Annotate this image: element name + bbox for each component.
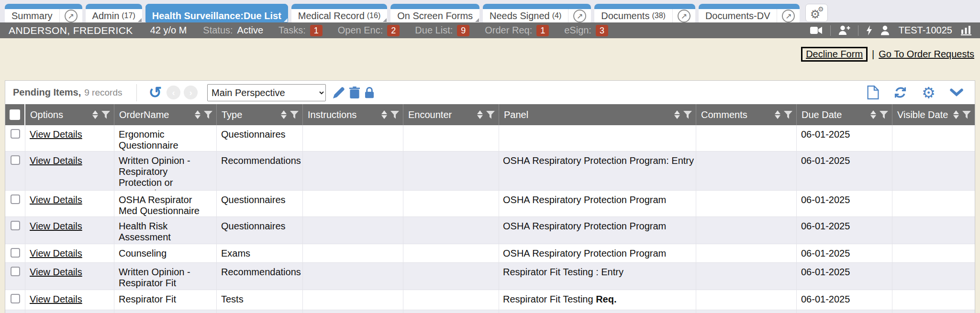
open-enc-badge[interactable]: 2 [387, 25, 400, 36]
lightning-bolt-icon[interactable] [866, 25, 872, 35]
cell-encounter [403, 217, 499, 244]
filter-icon[interactable] [962, 111, 971, 119]
column-header-comments[interactable]: Comments [696, 104, 797, 125]
tab-dropdown-corner-icon [138, 18, 142, 22]
tab-documents[interactable]: Documents(38) ↗ [594, 4, 695, 22]
filter-icon[interactable] [683, 111, 692, 119]
edit-pencil-icon[interactable] [333, 87, 345, 98]
column-header-panel[interactable]: Panel [499, 104, 696, 125]
column-header-type[interactable]: Type [217, 104, 303, 125]
column-label: Visible Date [897, 109, 948, 120]
video-camera-icon[interactable] [810, 26, 823, 34]
person-icon[interactable] [880, 25, 890, 35]
refresh-icon[interactable] [893, 86, 907, 99]
tab-dropdown-corner-icon [284, 18, 288, 22]
decline-form-link[interactable]: Decline Form [806, 49, 863, 59]
column-label: Comments [701, 109, 747, 120]
row-checkbox[interactable] [11, 155, 20, 165]
column-label: Due Date [802, 109, 842, 120]
filter-icon[interactable] [486, 111, 495, 119]
tasks-badge[interactable]: 1 [310, 25, 323, 36]
cell-visible-date [892, 290, 975, 310]
lock-icon[interactable] [365, 86, 374, 98]
column-header-visible-date[interactable]: Visible Date [892, 104, 975, 125]
column-header-due-date[interactable]: Due Date [797, 104, 892, 125]
table-row: View Details Ergonomic Questionnaire Que… [5, 125, 975, 151]
filter-icon[interactable] [101, 111, 110, 119]
row-checkbox-cell [5, 310, 25, 313]
filter-icon[interactable] [880, 111, 888, 119]
tab-on-screen-forms[interactable]: On Screen Forms [390, 4, 479, 22]
sort-icon[interactable] [870, 110, 876, 119]
go-to-order-requests-link[interactable]: Go To Order Requests [879, 49, 974, 60]
cell-encounter [403, 263, 499, 290]
cell-ordername: Health Risk Assessment [114, 217, 217, 244]
view-details-link[interactable]: View Details [30, 294, 82, 304]
filter-icon[interactable] [390, 111, 399, 119]
chevron-right-icon: › [189, 87, 192, 98]
row-checkbox[interactable] [11, 194, 20, 204]
sort-icon[interactable] [195, 110, 200, 119]
tab-needs-signed[interactable]: Needs Signed(4) ↗ [483, 4, 591, 22]
perspective-select[interactable]: Main Perspective [207, 84, 326, 101]
tab-summary[interactable]: Summary ↗ [5, 4, 82, 22]
column-header-ordername[interactable]: OrderName [114, 104, 217, 125]
view-details-link[interactable]: View Details [30, 248, 82, 259]
tab-medical-record[interactable]: Medical Record(16) [291, 4, 387, 22]
previous-perspective-button[interactable]: ‹ [167, 86, 180, 99]
gear-icon[interactable]: ⚙ [922, 86, 935, 99]
filter-icon[interactable] [204, 111, 212, 119]
sort-icon[interactable] [953, 110, 959, 119]
tab-settings-button[interactable]: ⚙ ⚙ [805, 4, 828, 22]
cell-comments [696, 263, 797, 290]
filter-icon[interactable] [784, 111, 792, 119]
tab-documents-dv[interactable]: Documents-DV ↗ [699, 4, 800, 22]
column-header-options[interactable]: Options [25, 104, 114, 125]
sort-icon[interactable] [775, 110, 780, 119]
cell-panel: OSHA Respiratory Protection Program [499, 244, 696, 262]
row-checkbox[interactable] [11, 294, 20, 303]
order-req-badge[interactable]: 1 [536, 25, 549, 36]
view-details-link[interactable]: View Details [30, 155, 82, 166]
tab-label: Needs Signed [490, 11, 550, 22]
due-list-badge[interactable]: 9 [457, 25, 469, 36]
cell-ordername: Respirator Fit [114, 290, 217, 310]
bar-chart-icon[interactable] [961, 26, 971, 35]
next-perspective-button[interactable]: › [184, 86, 198, 99]
filter-icon[interactable] [290, 111, 299, 119]
patient-id: TEST-10025 [899, 25, 952, 36]
link-separator: | [872, 49, 874, 60]
row-checkbox[interactable] [11, 129, 20, 139]
cell-instructions [303, 244, 403, 262]
sort-icon[interactable] [674, 110, 680, 119]
view-details-link[interactable]: View Details [30, 221, 82, 231]
sort-icon[interactable] [281, 110, 287, 119]
trash-icon[interactable] [349, 86, 360, 98]
select-all-checkbox[interactable] [10, 109, 20, 120]
cell-encounter [403, 244, 499, 262]
tab-label: Documents-DV [705, 11, 770, 22]
row-checkbox[interactable] [11, 248, 20, 258]
tab-health-surveillance-due-list[interactable]: Health Surveillance:Due List [145, 4, 288, 22]
divider [858, 25, 858, 36]
view-details-link[interactable]: View Details [30, 267, 82, 277]
esign-badge[interactable]: 3 [596, 25, 608, 36]
row-checkbox[interactable] [11, 221, 20, 230]
row-checkbox[interactable] [11, 267, 20, 276]
view-details-link[interactable]: View Details [30, 194, 82, 205]
column-header-instructions[interactable]: Instructions [303, 104, 403, 125]
tab-label: Admin [92, 11, 120, 22]
add-person-icon[interactable] [838, 25, 850, 35]
sort-icon[interactable] [92, 110, 98, 119]
tab-admin[interactable]: Admin(17) [86, 4, 142, 22]
gears-small-icon: ⚙ [818, 5, 824, 13]
cell-options: View Details [25, 191, 114, 216]
new-document-icon[interactable] [867, 86, 879, 99]
view-details-link[interactable]: View Details [30, 129, 82, 140]
divider [830, 25, 831, 36]
undo-icon[interactable]: ↺ [148, 86, 162, 100]
chevron-down-icon[interactable] [950, 88, 963, 97]
sort-icon[interactable] [381, 110, 387, 119]
column-header-encounter[interactable]: Encounter [403, 104, 499, 125]
sort-icon[interactable] [477, 110, 483, 119]
